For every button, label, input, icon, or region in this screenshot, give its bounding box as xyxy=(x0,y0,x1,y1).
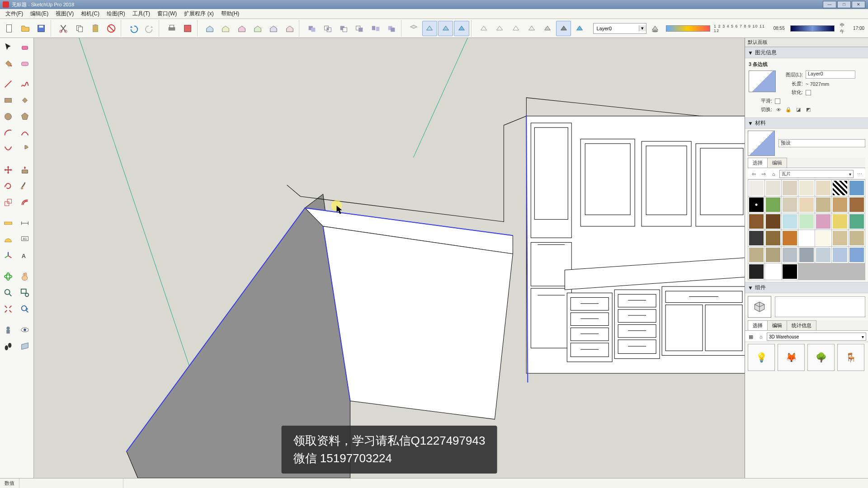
material-swatch-24[interactable] xyxy=(798,230,815,246)
mat-home-icon[interactable]: ⌂ xyxy=(769,170,778,178)
undo-button[interactable] xyxy=(126,21,141,36)
solid-split-icon[interactable] xyxy=(368,21,383,36)
tape-measure-tool[interactable] xyxy=(1,216,15,230)
material-swatch-15[interactable] xyxy=(765,213,781,230)
wireframe-toggle[interactable] xyxy=(438,21,453,36)
comp-view-icon[interactable]: ▦ xyxy=(747,333,755,341)
save-button[interactable] xyxy=(34,21,49,36)
mat-menu-icon[interactable]: ⋯ xyxy=(855,170,863,178)
paint-bucket-tool[interactable] xyxy=(1,56,15,70)
material-swatch-37[interactable] xyxy=(782,263,798,280)
material-swatch-32[interactable] xyxy=(815,247,831,263)
material-swatch-12[interactable] xyxy=(832,197,848,213)
backedges-toggle[interactable] xyxy=(422,21,437,36)
material-swatch-18[interactable] xyxy=(815,213,831,230)
material-swatch-1[interactable] xyxy=(765,180,781,196)
material-swatch-36[interactable] xyxy=(765,263,781,280)
maximize-button[interactable]: □ xyxy=(837,1,851,8)
soften-checkbox[interactable] xyxy=(806,90,811,95)
mat-back-icon[interactable]: ⇦ xyxy=(750,170,758,178)
orbit-tool[interactable] xyxy=(1,269,15,284)
materials-tab-select[interactable]: 选择 xyxy=(748,158,768,168)
paste-button[interactable] xyxy=(88,21,103,36)
layer-dropdown[interactable]: Layer0 ▾ xyxy=(593,23,646,34)
position-camera-tool[interactable] xyxy=(1,323,15,337)
material-swatch-4[interactable] xyxy=(815,180,831,196)
material-swatch-0[interactable] xyxy=(748,180,764,196)
material-swatch-31[interactable] xyxy=(798,247,815,263)
move-tool[interactable] xyxy=(1,163,15,177)
close-button[interactable]: ✕ xyxy=(852,1,865,8)
smooth-checkbox[interactable] xyxy=(775,99,780,104)
house-back-icon[interactable] xyxy=(266,21,281,36)
3dtext-tool[interactable]: A xyxy=(18,249,32,263)
menu-tools[interactable]: 工具(T) xyxy=(129,9,154,19)
material-swatch[interactable] xyxy=(748,131,775,156)
components-tab-edit[interactable]: 编辑 xyxy=(767,320,787,330)
scale-tool[interactable] xyxy=(1,195,15,210)
copy-button[interactable] xyxy=(72,21,87,36)
style-6-icon[interactable] xyxy=(556,21,571,36)
eraser-soft-tool[interactable] xyxy=(18,56,32,70)
material-swatch-14[interactable] xyxy=(748,213,764,230)
style-2-icon[interactable] xyxy=(492,21,507,36)
protractor-tool[interactable] xyxy=(1,232,15,247)
pan-tool[interactable] xyxy=(18,269,32,284)
shadow-toggle[interactable] xyxy=(647,21,662,36)
material-swatch-28[interactable] xyxy=(748,247,764,263)
menu-help[interactable]: 帮助(H) xyxy=(217,9,243,19)
dimension-tool[interactable] xyxy=(18,216,32,230)
minimize-button[interactable]: — xyxy=(823,1,836,8)
material-swatch-29[interactable] xyxy=(765,247,781,263)
house-front-icon[interactable] xyxy=(234,21,249,36)
zoom-tool[interactable] xyxy=(1,286,15,300)
style-4-icon[interactable] xyxy=(524,21,539,36)
hidden-toggle[interactable] xyxy=(454,21,469,36)
material-swatch-6[interactable] xyxy=(849,180,865,196)
materials-tab-edit[interactable]: 编辑 xyxy=(767,158,787,168)
shadow-cast-icon[interactable]: ◪ xyxy=(795,107,802,113)
push-pull-tool[interactable] xyxy=(18,163,32,177)
model-info-button[interactable] xyxy=(180,21,195,36)
rotated-rect-tool[interactable] xyxy=(18,93,32,108)
shadow-date-slider[interactable] xyxy=(666,25,710,32)
components-tab-stats[interactable]: 统计信息 xyxy=(787,320,816,330)
menu-file[interactable]: 文件(F) xyxy=(2,9,27,19)
material-swatch-11[interactable] xyxy=(815,197,831,213)
component-desc[interactable] xyxy=(775,296,865,317)
pie-tool[interactable] xyxy=(18,142,32,156)
style-7-icon[interactable] xyxy=(572,21,587,36)
offset-tool[interactable] xyxy=(18,195,32,210)
visibility-toggle-icon[interactable]: 👁 xyxy=(775,107,782,113)
text-tool[interactable]: A1 xyxy=(18,232,32,247)
style-1-icon[interactable] xyxy=(476,21,491,36)
mat-fwd-icon[interactable]: ⇨ xyxy=(760,170,768,178)
redo-button[interactable] xyxy=(142,21,157,36)
house-top-icon[interactable] xyxy=(218,21,233,36)
solid-intersect-icon[interactable] xyxy=(320,21,335,36)
component-thumb[interactable] xyxy=(748,296,771,318)
rectangle-tool[interactable] xyxy=(1,93,15,108)
components-header[interactable]: ▼ 组件 xyxy=(745,282,868,293)
material-library-dropdown[interactable]: 瓦片▾ xyxy=(779,170,854,178)
material-swatch-27[interactable] xyxy=(849,230,865,246)
component-library-dropdown[interactable]: 3D Warehouse▾ xyxy=(767,333,866,341)
material-swatch-25[interactable] xyxy=(815,230,831,246)
material-swatch-5[interactable] xyxy=(832,180,848,196)
delete-button[interactable] xyxy=(104,21,119,36)
material-swatch-19[interactable] xyxy=(832,213,848,230)
style-3-icon[interactable] xyxy=(508,21,523,36)
material-swatch-23[interactable] xyxy=(782,230,798,246)
zoom-extents-tool[interactable] xyxy=(1,302,15,316)
rotate-tool[interactable] xyxy=(1,179,15,193)
shadow-receive-icon[interactable]: ◩ xyxy=(805,107,812,113)
style-5-icon[interactable] xyxy=(540,21,555,36)
print-button[interactable] xyxy=(164,21,179,36)
material-swatch-10[interactable] xyxy=(798,197,815,213)
material-swatch-33[interactable] xyxy=(832,247,848,263)
component-item-2[interactable]: 🦊 xyxy=(778,344,805,371)
material-swatch-22[interactable] xyxy=(765,230,781,246)
select-tool[interactable] xyxy=(1,40,15,54)
new-file-button[interactable] xyxy=(2,21,17,36)
solid-union-icon[interactable] xyxy=(304,21,319,36)
